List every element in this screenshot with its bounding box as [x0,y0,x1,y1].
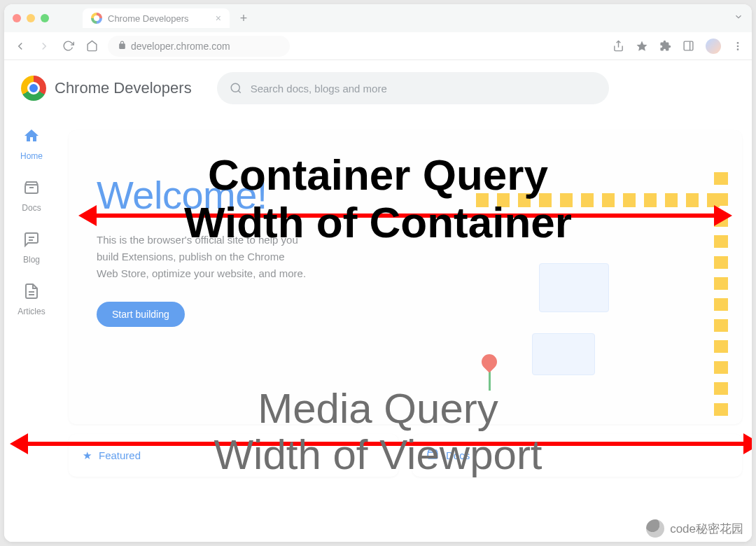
sidebar-label: Articles [18,307,45,316]
chat-icon [23,231,40,252]
svg-point-5 [737,45,739,47]
flower-icon [482,354,497,391]
kebab-menu-icon[interactable] [732,41,743,52]
home-button[interactable] [84,38,99,54]
search-placeholder: Search docs, blogs and more [251,83,387,94]
url-text: developer.chrome.com [131,41,230,52]
docs-label: Docs [446,449,470,461]
window-maximize-dot[interactable] [41,14,49,22]
tab-title: Chrome Developers [108,13,189,24]
search-icon [230,82,242,94]
browser-window: Chrome Developers × + developer.chrome.c… [4,4,752,542]
hero-description: This is the browser's official site to h… [97,232,307,282]
sidebar-label: Home [20,151,43,161]
sidepanel-icon[interactable] [682,40,694,52]
toolbar-right [612,38,743,54]
expand-tabs-icon[interactable] [734,12,743,24]
lock-icon [118,41,127,52]
svg-marker-1 [637,41,648,50]
brand[interactable]: Chrome Developers [21,76,192,101]
container-width-arrow [94,214,717,218]
sidebar-item-home[interactable]: Home [11,123,52,165]
panel-shape-icon [539,263,609,312]
sidebar: Home Docs Blog Articles [4,60,59,542]
archive-icon [426,448,439,463]
chrome-logo-icon [21,76,46,101]
sidebar-item-blog[interactable]: Blog [11,227,52,269]
start-building-button[interactable]: Start building [97,302,185,327]
window-close-dot[interactable] [13,14,21,22]
star-icon: ★ [83,449,92,462]
svg-point-4 [737,42,739,44]
bottom-card-row: ★ Featured Docs [69,434,742,477]
reload-button[interactable] [60,38,76,54]
window-titlebar: Chrome Developers × + [4,4,752,32]
profile-avatar[interactable] [706,38,721,54]
svg-rect-2 [684,41,693,50]
home-icon [23,127,40,148]
site-header: Chrome Developers Search docs, blogs and… [4,60,752,116]
share-icon[interactable] [612,40,624,52]
featured-card[interactable]: ★ Featured [69,434,398,477]
panel-shape-icon [532,333,595,375]
browser-tab[interactable]: Chrome Developers × [83,8,230,28]
watermark: code秘密花园 [646,519,743,538]
forward-button[interactable] [36,38,52,54]
wechat-icon [646,519,664,538]
main-region: Welcome! This is the browser's official … [59,60,752,542]
sidebar-label: Blog [23,255,40,265]
address-input[interactable]: developer.chrome.com [108,36,290,57]
brand-title: Chrome Developers [55,79,192,97]
watermark-text: code秘密花园 [670,521,743,537]
sidebar-item-docs[interactable]: Docs [11,175,52,217]
close-tab-icon[interactable]: × [216,13,221,24]
chrome-favicon-icon [91,13,102,24]
svg-line-8 [238,90,240,92]
svg-rect-15 [428,452,438,458]
sidebar-item-articles[interactable]: Articles [11,279,52,321]
back-button[interactable] [13,38,28,54]
site-search-input[interactable]: Search docs, blogs and more [217,72,609,104]
extensions-icon[interactable] [659,40,671,52]
hero-card: Welcome! This is the browser's official … [69,130,742,424]
svg-rect-9 [25,185,38,193]
viewport-width-arrow [25,442,746,446]
window-minimize-dot[interactable] [27,14,35,22]
svg-point-6 [737,48,739,50]
new-tab-button[interactable]: + [234,8,253,28]
svg-point-7 [231,83,239,92]
archive-icon [23,179,40,200]
bookmark-star-icon[interactable] [636,40,648,52]
featured-label: Featured [99,449,141,461]
page-content: Chrome Developers Search docs, blogs and… [4,60,752,542]
crane-beam-icon [476,193,728,207]
docs-card[interactable]: Docs [412,434,742,477]
doc-icon [23,283,40,304]
hero-illustration [441,151,735,389]
sidebar-label: Docs [22,203,41,213]
browser-toolbar: developer.chrome.com [4,32,752,60]
